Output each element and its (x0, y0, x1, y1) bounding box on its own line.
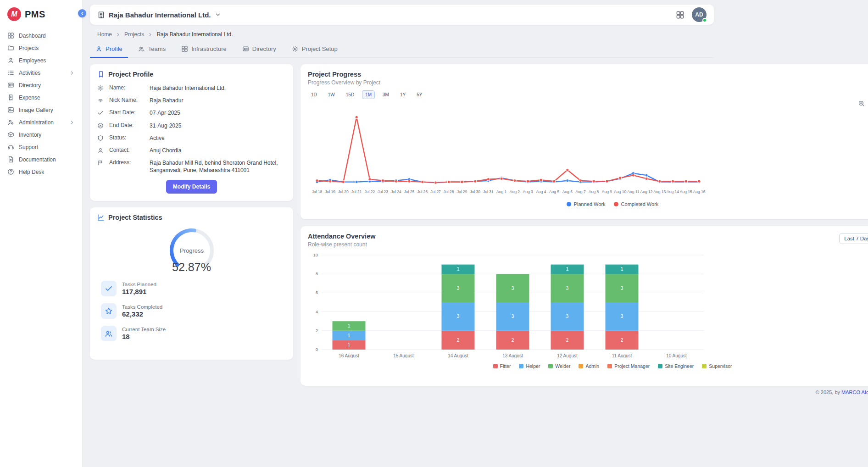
person-icon (95, 45, 102, 52)
company-link[interactable]: MARCO AIoT Technologies Pvt. Ltd. (841, 389, 868, 395)
svg-text:3: 3 (457, 286, 460, 291)
svg-text:Jul 24: Jul 24 (391, 189, 401, 194)
tab-label: Project Setup (302, 45, 338, 52)
legend-item[interactable]: Planned Work (567, 201, 606, 207)
legend-item[interactable]: Project Manager (607, 363, 650, 369)
legend-item[interactable]: Admin (579, 363, 599, 369)
svg-text:Aug 2: Aug 2 (510, 189, 520, 194)
legend-item[interactable]: Supervisor (702, 363, 732, 369)
check-icon (101, 281, 117, 296)
sidebar-item-image-gallery[interactable]: Image Gallery (0, 104, 82, 116)
tab-label: Profile (106, 45, 122, 52)
tab-label: Directory (252, 45, 276, 52)
svg-text:Jul 22: Jul 22 (365, 189, 375, 194)
flag-icon (97, 160, 104, 166)
svg-text:Jul 28: Jul 28 (444, 189, 454, 194)
legend-item[interactable]: Completed Work (614, 201, 659, 207)
range-15d-button[interactable]: 15D (343, 90, 357, 99)
sidebar-item-label: Employees (19, 57, 46, 64)
chevron-right-icon (69, 70, 75, 76)
person-icon (7, 57, 14, 64)
logo-mark-icon: M (7, 7, 21, 21)
stat-current-team-size: Current Team Size 18 (97, 326, 286, 341)
svg-text:Aug 3: Aug 3 (523, 189, 533, 194)
grid-icon (181, 45, 188, 52)
progress-gauge-value: 52.87% (172, 261, 211, 274)
legend-item[interactable]: Welder (548, 363, 570, 369)
user-avatar[interactable]: AD (692, 7, 707, 22)
chevron-right-icon (148, 32, 153, 37)
range-1m-button[interactable]: 1M (362, 90, 375, 99)
chart-toolbar (308, 100, 868, 107)
profile-field-status: Status: Active (97, 134, 286, 142)
footer: © 2025, by MARCO AIoT Technologies Pvt. … (300, 389, 868, 395)
attendance-stacked-bar-chart[interactable]: 024681011116 August15 August233114 Augus… (308, 252, 707, 362)
range-1y-button[interactable]: 1Y (397, 90, 409, 99)
svg-text:Progress: Progress (179, 247, 204, 254)
card-title: Project Statistics (108, 214, 162, 221)
legend-item[interactable]: Site Engineer (658, 363, 694, 369)
range-5y-button[interactable]: 5Y (413, 90, 425, 99)
sidebar: M PMS Dashboard Projects Employees Activ… (0, 0, 83, 467)
sidebar-item-administration[interactable]: Administration (0, 116, 82, 128)
sidebar-collapse-button[interactable] (78, 9, 86, 17)
chevron-down-icon (215, 11, 221, 18)
card-title: Project Profile (108, 71, 153, 78)
bookmark-icon (97, 71, 105, 78)
sidebar-item-help-desk[interactable]: Help Desk (0, 166, 82, 178)
tab-profile[interactable]: Profile (90, 41, 128, 58)
folder-icon (7, 44, 14, 51)
sidebar-item-support[interactable]: Support (0, 141, 82, 153)
svg-text:Aug 8: Aug 8 (589, 189, 599, 194)
tab-directory[interactable]: Directory (237, 41, 282, 58)
range-1w-button[interactable]: 1W (325, 90, 338, 99)
card-subtitle: Role-wise present count (308, 241, 375, 248)
app-logo: M PMS (0, 0, 82, 26)
sidebar-item-inventory[interactable]: Inventory (0, 128, 82, 141)
sidebar-item-activities[interactable]: Activities (0, 67, 82, 79)
range-1d-button[interactable]: 1D (308, 90, 320, 99)
sidebar-item-projects[interactable]: Projects (0, 42, 82, 54)
modify-details-button[interactable]: Modify Details (166, 180, 217, 194)
range-3m-button[interactable]: 3M (379, 90, 392, 99)
profile-field-nickname: Nick Name: Raja Bahadur (97, 97, 286, 104)
svg-text:3: 3 (621, 314, 623, 319)
svg-text:Jul 19: Jul 19 (325, 189, 335, 194)
svg-text:Jul 27: Jul 27 (430, 189, 441, 194)
building-icon (97, 11, 105, 19)
legend-item[interactable]: Helper (519, 363, 540, 369)
date-range-select[interactable]: Last 7 Days (839, 233, 868, 244)
people-icon (101, 326, 117, 341)
gear-icon (97, 85, 104, 91)
sidebar-item-label: Documentation (19, 156, 56, 163)
sidebar-item-dashboard[interactable]: Dashboard (0, 29, 82, 42)
tab-project-setup[interactable]: Project Setup (286, 41, 343, 58)
sidebar-item-expense[interactable]: Expense (0, 91, 82, 104)
sidebar-item-directory[interactable]: Directory (0, 79, 82, 91)
tab-teams[interactable]: Teams (133, 41, 171, 58)
svg-text:Jul 25: Jul 25 (404, 189, 415, 194)
svg-text:Jul 21: Jul 21 (351, 189, 362, 194)
tab-infrastructure[interactable]: Infrastructure (176, 41, 232, 58)
project-progress-line-chart[interactable]: Jul 18Jul 19Jul 20Jul 21Jul 22Jul 23Jul … (308, 107, 707, 200)
company-selector[interactable]: Raja Bahadur International Ltd. (97, 11, 221, 19)
breadcrumb-projects[interactable]: Projects (124, 31, 144, 38)
svg-text:Aug 14: Aug 14 (667, 189, 679, 194)
app-logo-text: PMS (25, 9, 45, 20)
legend-item[interactable]: Fitter (493, 363, 511, 369)
svg-text:3: 3 (512, 286, 514, 291)
bar-chart-legend: FitterHelperWelderAdminProject ManagerSi… (308, 363, 868, 369)
sidebar-item-employees[interactable]: Employees (0, 54, 82, 67)
svg-text:Aug 9: Aug 9 (602, 189, 612, 194)
svg-text:3: 3 (566, 286, 569, 291)
breadcrumb-home[interactable]: Home (97, 31, 112, 38)
svg-text:Aug 4: Aug 4 (536, 189, 546, 194)
image-icon (7, 106, 14, 113)
sidebar-item-label: Expense (19, 95, 40, 101)
star-icon (101, 303, 117, 319)
sidebar-item-documentation[interactable]: Documentation (0, 153, 82, 166)
apps-grid-icon[interactable] (676, 11, 684, 19)
zoom-in-icon[interactable] (858, 100, 865, 107)
svg-text:11 August: 11 August (612, 353, 632, 358)
person-icon (97, 147, 104, 154)
